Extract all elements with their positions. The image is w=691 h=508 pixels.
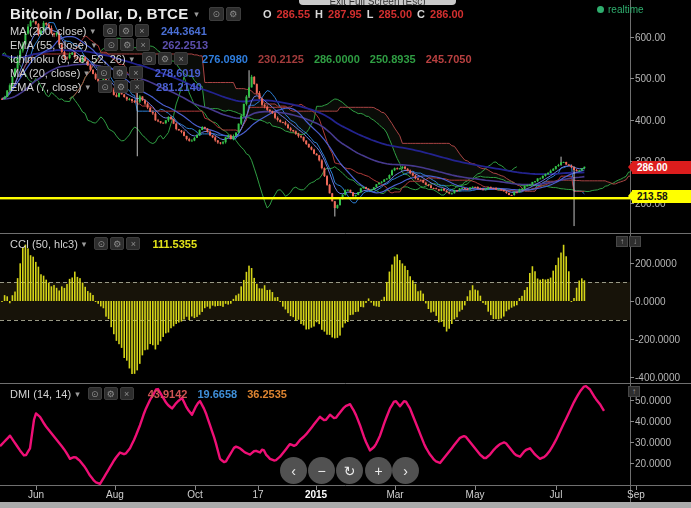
close-button[interactable]: × bbox=[136, 38, 150, 51]
close-label: C bbox=[417, 8, 425, 20]
dmi-axis-label: 30.0000 bbox=[635, 437, 671, 448]
close-button[interactable]: × bbox=[126, 237, 140, 250]
settings-button[interactable]: ⚙ bbox=[113, 66, 127, 79]
legend-row-ma200: MA (200, close) ▾ ⊙ ⚙ × 244.3641 bbox=[10, 24, 207, 37]
ichimoku-tenkan-value: 276.0980 bbox=[202, 53, 248, 65]
time-axis-label: May bbox=[466, 489, 485, 500]
visibility-button[interactable]: ⊙ bbox=[103, 24, 117, 37]
ema7-value: 281.2140 bbox=[156, 81, 202, 93]
time-axis-label: Oct bbox=[187, 489, 203, 500]
open-label: O bbox=[263, 8, 272, 20]
last-price-badge: 286.00 bbox=[632, 161, 691, 174]
dmi-axis-label: 40.0000 bbox=[635, 416, 671, 427]
ma20-value: 278.6019 bbox=[155, 67, 201, 79]
time-axis-label: 2015 bbox=[305, 489, 327, 500]
close-button[interactable]: × bbox=[130, 80, 144, 93]
realtime-status: realtime bbox=[597, 4, 644, 15]
ma20-label[interactable]: MA (20, close) bbox=[10, 67, 80, 79]
chevron-down-icon[interactable]: ▾ bbox=[75, 389, 80, 399]
ichimoku-senkou-b-value: 245.7050 bbox=[426, 53, 472, 65]
chevron-down-icon[interactable]: ▾ bbox=[130, 54, 135, 64]
move-pane-up-button[interactable]: ↑ bbox=[616, 236, 628, 247]
cci-label[interactable]: CCI (50, hlc3) bbox=[10, 238, 78, 250]
dmi-plus-di-value: 43.9142 bbox=[148, 388, 188, 400]
visibility-button[interactable]: ⊙ bbox=[88, 387, 102, 400]
time-axis-label: Jul bbox=[550, 489, 563, 500]
realtime-dot-icon bbox=[597, 6, 604, 13]
time-axis-label: Jun bbox=[28, 489, 44, 500]
visibility-button[interactable]: ⊙ bbox=[94, 237, 108, 250]
time-axis-label: Mar bbox=[386, 489, 403, 500]
chevron-down-icon[interactable]: ▾ bbox=[90, 26, 95, 36]
ma200-label[interactable]: MA (200, close) bbox=[10, 25, 86, 37]
legend-row-ma20: MA (20, close) ▾ ⊙ ⚙ × 278.6019 bbox=[10, 66, 201, 79]
time-axis-label: 17 bbox=[252, 489, 263, 500]
reset-view-button[interactable]: ↻ bbox=[336, 457, 363, 484]
time-axis-label: Aug bbox=[106, 489, 124, 500]
legend-row-ichimoku: Ichimoku (9, 26, 52, 26) ▾ ⊙ ⚙ × 276.098… bbox=[10, 52, 472, 65]
low-label: L bbox=[367, 8, 374, 20]
close-value: 286.00 bbox=[430, 8, 464, 20]
ema7-label[interactable]: EMA (7, close) bbox=[10, 81, 82, 93]
visibility-button[interactable]: ⊙ bbox=[98, 80, 112, 93]
chevron-down-icon[interactable]: ▾ bbox=[92, 40, 97, 50]
bottom-edge-strip bbox=[0, 502, 691, 508]
price-axis-label: 400.00 bbox=[635, 115, 666, 126]
settings-button[interactable]: ⚙ bbox=[158, 52, 172, 65]
ichimoku-chikou-value: 286.0000 bbox=[314, 53, 360, 65]
visibility-button[interactable]: ⊙ bbox=[104, 38, 118, 51]
settings-button[interactable]: ⚙ bbox=[104, 387, 118, 400]
chevron-down-icon[interactable]: ▾ bbox=[84, 68, 89, 78]
close-button[interactable]: × bbox=[120, 387, 134, 400]
ohlc-readout: O 286.55 H 287.95 L 285.00 C 286.00 bbox=[263, 8, 464, 20]
exit-fullscreen-tooltip: Exit Full Screen (Esc) bbox=[299, 0, 456, 5]
close-button[interactable]: × bbox=[174, 52, 188, 65]
scroll-right-button[interactable]: › bbox=[392, 457, 419, 484]
symbol-title[interactable]: Bitcoin / Dollar, D, BTCE bbox=[10, 5, 188, 22]
ema55-label[interactable]: EMA (55, close) bbox=[10, 39, 88, 51]
close-button[interactable]: × bbox=[135, 24, 149, 37]
legend-row-ema7: EMA (7, close) ▾ ⊙ ⚙ × 281.2140 bbox=[10, 80, 202, 93]
settings-button[interactable]: ⚙ bbox=[110, 237, 124, 250]
cci-axis-label: 200.0000 bbox=[635, 258, 677, 269]
cci-axis-label: 0.0000 bbox=[635, 296, 666, 307]
move-pane-up-button[interactable]: ↑ bbox=[628, 386, 640, 397]
dmi-label[interactable]: DMI (14, 14) bbox=[10, 388, 71, 400]
ma200-value: 244.3641 bbox=[161, 25, 207, 37]
open-value: 286.55 bbox=[276, 8, 310, 20]
high-value: 287.95 bbox=[328, 8, 362, 20]
settings-button[interactable]: ⚙ bbox=[119, 24, 133, 37]
alert-price-badge: 213.58 bbox=[632, 190, 691, 203]
dmi-adx-value: 36.2535 bbox=[247, 388, 287, 400]
ema55-value: 262.2513 bbox=[162, 39, 208, 51]
move-pane-down-button[interactable]: ↓ bbox=[629, 236, 641, 247]
visibility-button[interactable]: ⊙ bbox=[209, 7, 224, 21]
low-value: 285.00 bbox=[378, 8, 412, 20]
chevron-down-icon[interactable]: ▾ bbox=[86, 82, 91, 92]
trading-chart-window: Exit Full Screen (Esc) Bitcoin / Dollar,… bbox=[0, 0, 691, 508]
scroll-left-button[interactable]: ‹ bbox=[280, 457, 307, 484]
ichimoku-senkou-a-value: 250.8935 bbox=[370, 53, 416, 65]
settings-button[interactable]: ⚙ bbox=[120, 38, 134, 51]
chevron-down-icon[interactable]: ▾ bbox=[82, 239, 87, 249]
ichimoku-kijun-value: 230.2125 bbox=[258, 53, 304, 65]
legend-row-ema55: EMA (55, close) ▾ ⊙ ⚙ × 262.2513 bbox=[10, 38, 208, 51]
cci-pane-header: CCI (50, hlc3) ▾ ⊙ ⚙ × 111.5355 bbox=[10, 237, 197, 250]
close-button[interactable]: × bbox=[129, 66, 143, 79]
dmi-axis-label: 20.0000 bbox=[635, 458, 671, 469]
settings-button[interactable]: ⚙ bbox=[226, 7, 241, 21]
zoom-in-button[interactable]: + bbox=[365, 457, 392, 484]
zoom-out-button[interactable]: − bbox=[308, 457, 335, 484]
cci-value: 111.5355 bbox=[152, 238, 197, 250]
visibility-button[interactable]: ⊙ bbox=[142, 52, 156, 65]
dmi-pane-header: DMI (14, 14) ▾ ⊙ ⚙ × 43.9142 19.6658 36.… bbox=[10, 387, 287, 400]
realtime-label: realtime bbox=[608, 4, 644, 15]
ichimoku-label[interactable]: Ichimoku (9, 26, 52, 26) bbox=[10, 53, 126, 65]
cci-axis-label: -200.0000 bbox=[635, 334, 680, 345]
visibility-button[interactable]: ⊙ bbox=[97, 66, 111, 79]
settings-button[interactable]: ⚙ bbox=[114, 80, 128, 93]
time-axis-label: Sep bbox=[627, 489, 645, 500]
price-axis-label: 500.00 bbox=[635, 73, 666, 84]
cci-axis-label: -400.0000 bbox=[635, 372, 680, 383]
chevron-down-icon[interactable]: ▾ bbox=[194, 9, 199, 19]
